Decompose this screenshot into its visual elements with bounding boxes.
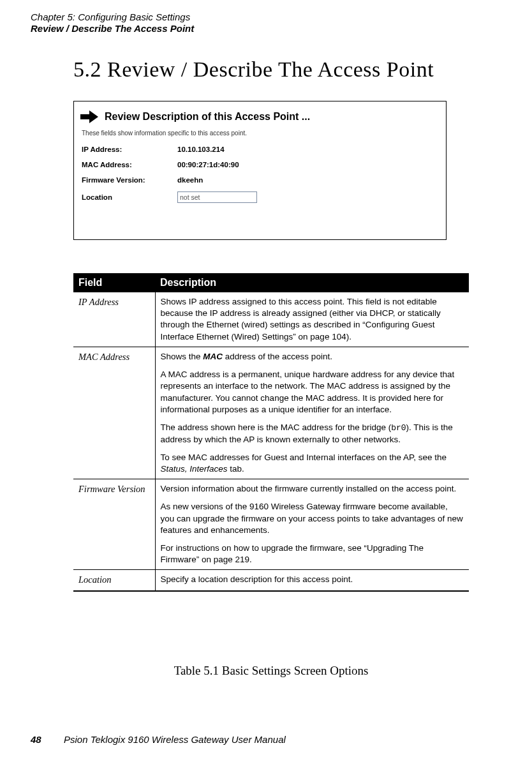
table-row: Firmware Version Version information abo… <box>73 479 469 570</box>
fw-row: Firmware Version: dkeehn <box>82 176 440 184</box>
mac-value: 00:90:27:1d:40:90 <box>177 161 239 169</box>
field-cell-loc: Location <box>73 570 155 591</box>
header-chapter: Chapter 5: Configuring Basic Settings <box>31 11 190 22</box>
ip-label: IP Address: <box>82 146 177 153</box>
table-row: IP Address Shows IP address assigned to … <box>73 292 469 347</box>
fw-value: dkeehn <box>177 176 203 184</box>
field-cell-fw: Firmware Version <box>73 479 155 570</box>
table-row: Location Specify a location description … <box>73 570 469 591</box>
table-header-row: Field Description <box>73 273 469 292</box>
th-description: Description <box>155 273 469 292</box>
ip-row: IP Address: 10.10.103.214 <box>82 146 440 153</box>
settings-table: Field Description IP Address Shows IP ad… <box>73 273 469 592</box>
arrow-right-icon <box>80 109 98 124</box>
table-row: MAC Address Shows the MAC address of the… <box>73 347 469 479</box>
screenshot-fields: IP Address: 10.10.103.214 MAC Address: 0… <box>82 146 440 203</box>
mac-label: MAC Address: <box>82 161 177 169</box>
field-cell-mac: MAC Address <box>73 347 155 479</box>
fw-label: Firmware Version: <box>82 176 177 184</box>
location-label: Location <box>82 193 177 201</box>
screenshot-subtitle: These fields show information specific t… <box>82 130 440 137</box>
header-section-title: Review / Describe The Access Point <box>31 23 194 34</box>
field-cell-ip: IP Address <box>73 292 155 347</box>
footer-page-number: 48 <box>31 734 41 745</box>
desc-cell-loc: Specify a location description for this … <box>155 570 469 591</box>
desc-cell-fw: Version information about the firmware c… <box>155 479 469 570</box>
screenshot-title-row: Review Description of this Access Point … <box>80 109 440 124</box>
ip-value: 10.10.103.214 <box>177 146 225 153</box>
desc-cell-ip: Shows IP address assigned to this access… <box>155 292 469 347</box>
th-field: Field <box>73 273 155 292</box>
mac-row: MAC Address: 00:90:27:1d:40:90 <box>82 161 440 169</box>
location-input[interactable] <box>177 191 257 203</box>
svg-marker-1 <box>89 110 98 123</box>
footer-manual-title: Psion Teklogix 9160 Wireless Gateway Use… <box>64 734 286 745</box>
desc-cell-mac: Shows the MAC address of the access poin… <box>155 347 469 479</box>
location-row: Location <box>82 191 440 203</box>
screenshot-panel: Review Description of this Access Point … <box>73 101 447 240</box>
screenshot-title: Review Description of this Access Point … <box>105 111 310 123</box>
table-caption: Table 5.1 Basic Settings Screen Options <box>73 664 469 678</box>
section-heading: 5.2 Review / Describe The Access Point <box>73 57 434 82</box>
svg-rect-0 <box>80 114 89 119</box>
